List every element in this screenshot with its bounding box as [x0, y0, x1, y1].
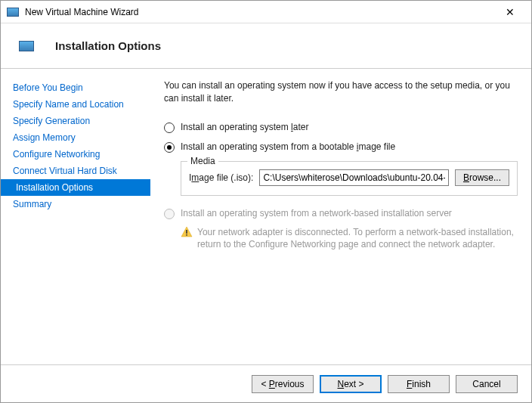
- warning-text: Your network adapter is disconnected. To…: [197, 226, 518, 252]
- radio-install-later[interactable]: Install an operating system later: [164, 117, 518, 137]
- wizard-footer: < Previous Next > Finish Cancel: [1, 364, 531, 402]
- image-file-input[interactable]: [259, 169, 449, 186]
- cancel-button[interactable]: Cancel: [456, 375, 518, 393]
- finish-button[interactable]: Finish: [388, 375, 450, 393]
- header-icon: [19, 41, 34, 51]
- intro-text: You can install an operating system now …: [164, 79, 518, 105]
- sidebar-item-summary[interactable]: Summary: [1, 196, 150, 212]
- sidebar-item-specify-generation[interactable]: Specify Generation: [1, 113, 150, 129]
- media-group: Media Image file (.iso): Browse...: [181, 161, 518, 196]
- page-title: Installation Options: [55, 39, 161, 52]
- media-group-label: Media: [187, 156, 218, 166]
- sidebar-item-specify-name[interactable]: Specify Name and Location: [1, 96, 150, 113]
- close-icon[interactable]: ✕: [495, 6, 525, 18]
- sidebar-item-installation-options[interactable]: Installation Options: [1, 179, 150, 196]
- next-button[interactable]: Next >: [320, 375, 382, 393]
- image-file-label: Image file (.iso):: [189, 172, 253, 183]
- radio-icon: [164, 209, 175, 219]
- app-icon: [7, 8, 19, 17]
- radio-icon: [164, 142, 175, 153]
- window-title: New Virtual Machine Wizard: [25, 7, 495, 17]
- radio-install-from-network: Install an operating system from a netwo…: [164, 203, 518, 223]
- svg-rect-1: [186, 230, 187, 234]
- radio-install-from-image[interactable]: Install an operating system from a boota…: [164, 137, 518, 157]
- network-warning: Your network adapter is disconnected. To…: [181, 226, 518, 252]
- svg-rect-2: [186, 234, 187, 236]
- radio-icon: [164, 122, 175, 133]
- radio-label: Install an operating system from a boota…: [181, 141, 395, 152]
- warning-icon: [181, 226, 193, 238]
- wizard-header: Installation Options: [1, 23, 531, 69]
- sidebar-item-assign-memory[interactable]: Assign Memory: [1, 129, 150, 146]
- radio-label: Install an operating system from a netwo…: [181, 208, 452, 219]
- content-area: Before You Begin Specify Name and Locati…: [1, 69, 531, 364]
- main-panel: You can install an operating system now …: [150, 69, 531, 364]
- previous-button[interactable]: < Previous: [252, 375, 314, 393]
- radio-label: Install an operating system later: [181, 122, 308, 132]
- sidebar-item-connect-vhd[interactable]: Connect Virtual Hard Disk: [1, 163, 150, 179]
- wizard-steps-sidebar: Before You Begin Specify Name and Locati…: [1, 69, 150, 364]
- browse-button[interactable]: Browse...: [455, 169, 509, 186]
- sidebar-item-configure-networking[interactable]: Configure Networking: [1, 146, 150, 163]
- sidebar-item-before-you-begin[interactable]: Before You Begin: [1, 79, 150, 96]
- titlebar: New Virtual Machine Wizard ✕: [1, 1, 531, 23]
